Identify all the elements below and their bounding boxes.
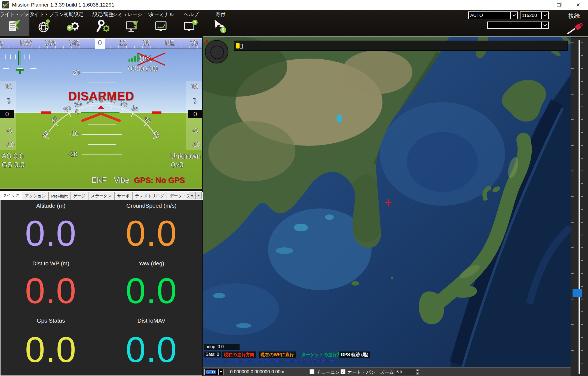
tab-gauges[interactable]: ゲージ — [70, 192, 88, 200]
minimize-button[interactable] — [534, 0, 548, 10]
metric-label: DistToMAV — [137, 317, 165, 324]
baud-select[interactable]: 115200 — [520, 11, 549, 19]
quick-metric-gps-status[interactable]: Gps Status 0.0 — [1, 315, 101, 375]
roll-trim-mark — [41, 111, 51, 114]
groundspeed-text: GS 0.0 — [2, 161, 24, 169]
pitch-line — [88, 103, 116, 104]
ekf-status[interactable]: EKF — [91, 176, 107, 185]
compass-heading: 15 — [119, 39, 127, 47]
autopan-checkbox[interactable]: ✓ — [341, 369, 345, 374]
pitch-line — [82, 154, 122, 155]
close-icon: × — [576, 2, 580, 8]
compass-heading: 60 — [190, 39, 198, 47]
projection-select[interactable]: GEO — [204, 369, 224, 375]
mission-planner-window: Mp Mission Planner 1.3.39 build 1.1.6038… — [0, 0, 588, 376]
window-title: Mission Planner 1.3.39 build 1.1.6038.12… — [12, 2, 114, 8]
tape-value: 5 — [7, 98, 11, 105]
tab-scroll-right-button[interactable]: ► — [195, 192, 202, 199]
zoom-input[interactable] — [395, 369, 415, 375]
quick-metric-altitude[interactable]: Altitude (m) 0.0 — [1, 200, 101, 258]
map-status-bar — [234, 41, 568, 51]
connect-label: 接続 — [568, 12, 580, 20]
projection-arrow-icon — [218, 369, 223, 375]
map-gauge-value: 0 — [206, 39, 208, 44]
metric-value: 0.0 — [25, 267, 77, 315]
hud-artificial-horizon: 60 45 30 20 10 0 10 20 30 45 60 20 0 -10… — [0, 38, 202, 189]
pitch-line — [82, 72, 122, 73]
wp-progress-text: 0>0 — [171, 161, 183, 169]
battery-icon — [236, 43, 240, 48]
tab-initial-setup[interactable]: 初期設定 — [59, 10, 88, 36]
metric-label: Altitude (m) — [36, 202, 65, 209]
quick-metric-dist-to-wp[interactable]: Dist to WP (m) 0.0 — [1, 258, 101, 315]
zoom-slider-track[interactable] — [578, 40, 580, 374]
cursor-coords: 0.000000 0.000000 — [230, 369, 270, 375]
speed-scale-tick — [24, 54, 25, 59]
port-select-arrow-icon — [510, 12, 517, 19]
zoom-label: ズーム — [380, 369, 394, 375]
cursor-altitude: 0.00m — [271, 369, 284, 375]
tab-status[interactable]: ステータス — [88, 192, 114, 200]
tape-value: 10 — [5, 83, 12, 90]
quick-metric-groundspeed[interactable]: GroundSpeed (m/s) 0.0 — [101, 200, 202, 258]
trim-dash — [30, 68, 36, 69]
tab-help[interactable]: ヘルプ ? — [176, 10, 206, 36]
connect-plug-icon — [566, 19, 586, 35]
speed-scale-tick — [29, 54, 30, 59]
terminal-icon — [154, 19, 169, 34]
compass-heading: 330 — [45, 39, 56, 47]
speed-needle-icon — [18, 51, 19, 65]
tab-preflight[interactable]: PreFlight — [48, 192, 70, 200]
projection-value: GEO — [206, 370, 216, 374]
vibe-status[interactable]: Vibe — [114, 176, 130, 185]
tuning-checkbox[interactable] — [310, 369, 314, 374]
slider-ticks-right — [581, 43, 583, 371]
speed-scale-tick — [15, 54, 16, 59]
main-toolbar: フライト・データ フライト・プラン 初期設定 — [0, 10, 588, 36]
tab-simulation[interactable]: シミュレーション — [118, 10, 147, 36]
tab-donate[interactable]: 寄付 $ — [206, 10, 235, 36]
port-select[interactable]: AUTO — [468, 11, 518, 19]
link-select[interactable] — [487, 22, 549, 29]
restore-button[interactable] — [552, 0, 566, 10]
tab-scroll-left-button[interactable]: ◄ — [189, 192, 195, 199]
speed-scale-tick — [5, 54, 6, 59]
flight-data-icon — [7, 19, 22, 34]
quick-metric-dist-to-mav[interactable]: DistToMAV 0.0 — [101, 315, 202, 375]
pitch-line — [88, 144, 116, 145]
initial-setup-icon — [66, 19, 81, 34]
quick-metrics-panel: Altitude (m) 0.0 GroundSpeed (m/s) 0.0 D… — [0, 200, 202, 376]
quick-metric-yaw[interactable]: Yaw (deg) 0.0 — [101, 258, 202, 315]
altitude-current-box: 0 — [188, 110, 202, 118]
map-mini-gauge — [205, 40, 228, 63]
roll-trim-mark — [152, 111, 161, 114]
metric-value: 0.0 — [126, 267, 177, 315]
satellite-map — [203, 37, 571, 376]
tab-terminal[interactable]: ターミナル — [147, 10, 176, 36]
tape-value: -10 — [191, 141, 200, 148]
autopan-label: オート・パン — [347, 369, 376, 375]
legend-gps-track: GPS 軌跡 (黒) — [339, 351, 370, 358]
speed-scale-tick — [10, 54, 11, 59]
tape-value: -10 — [5, 141, 14, 148]
flight-plan-icon — [36, 19, 52, 34]
compass-heading: 30 — [143, 39, 150, 47]
map-view[interactable]: 0 hdop: 0.0 Sats: 0 現在の進行方向 現在のWPに直行 ターゲ… — [203, 37, 571, 376]
tab-quick[interactable]: クイック — [0, 191, 22, 200]
tape-value: -5 — [7, 127, 12, 134]
svg-text:?: ? — [194, 20, 196, 25]
tab-servo[interactable]: サーボ — [114, 192, 132, 200]
tape-value: 10 — [191, 83, 198, 90]
slider-ticks-left — [571, 43, 574, 371]
tab-telemetry-log[interactable]: テレメトリログ — [132, 192, 167, 200]
zoom-spin-down-button[interactable] — [415, 372, 420, 375]
zoom-slider-handle[interactable] — [572, 289, 582, 297]
connect-button[interactable] — [566, 19, 586, 37]
restore-icon — [557, 3, 561, 7]
tab-actions[interactable]: アクション — [22, 192, 48, 200]
close-button[interactable]: × — [571, 0, 585, 10]
flight-timer: 00:00:00 — [128, 64, 158, 73]
tab-flight-plan[interactable]: フライト・プラン — [29, 10, 59, 36]
zoom-spin-up-button[interactable] — [415, 369, 420, 372]
hdop-readout: hdop: 0.0 — [204, 344, 240, 350]
